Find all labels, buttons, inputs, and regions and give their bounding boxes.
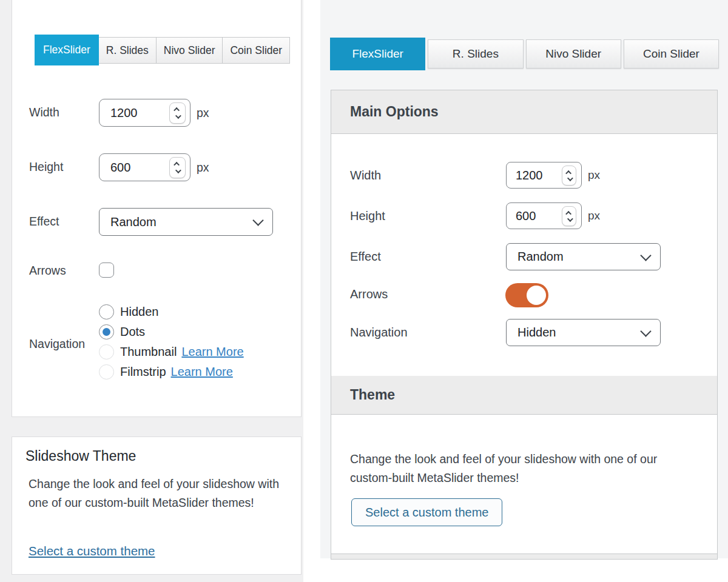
height-label: Height [350, 209, 385, 223]
filmstrip-learn-more-link[interactable]: Learn More [171, 365, 233, 379]
effect-select[interactable]: Random [99, 208, 273, 236]
slideshow-theme-card: Slideshow Theme Change the look and feel… [12, 436, 302, 575]
tab-r-slides[interactable]: R. Slides [428, 39, 523, 69]
radio-icon[interactable] [99, 304, 114, 319]
right-panel-new-ui: FlexSlider R. Slides Nivo Slider Coin Sl… [320, 0, 728, 558]
height-label: Height [29, 160, 63, 174]
width-unit-label: px [197, 106, 209, 120]
effect-select[interactable]: Random [506, 243, 661, 270]
navigation-option-filmstrip[interactable]: Filmstrip Learn More [99, 363, 244, 381]
radio-selected-icon[interactable] [99, 324, 114, 340]
stepper-up-icon[interactable] [174, 107, 180, 113]
height-row: px [99, 153, 209, 181]
navigation-option-label: Dots [120, 325, 145, 339]
navigation-select-value: Hidden [517, 326, 556, 340]
width-label: Width [29, 105, 59, 119]
next-section-header-partial [331, 554, 717, 559]
slideshow-theme-title: Slideshow Theme [25, 448, 136, 464]
select-custom-theme-link[interactable]: Select a custom theme [29, 544, 155, 558]
effect-label: Effect [29, 215, 59, 229]
arrows-checkbox[interactable] [99, 263, 114, 278]
radio-disabled-icon[interactable] [99, 364, 114, 380]
navigation-option-label: Thumbnail [120, 345, 177, 359]
chevron-down-icon [640, 326, 651, 336]
navigation-option-label: Filmstrip [120, 365, 166, 379]
toggle-knob [527, 286, 546, 305]
tab-flexslider[interactable]: FlexSlider [35, 35, 99, 65]
select-custom-theme-button[interactable]: Select a custom theme [351, 498, 502, 526]
radio-disabled-icon[interactable] [99, 344, 114, 360]
tab-nivo-slider[interactable]: Nivo Slider [157, 37, 223, 64]
height-unit-label: px [588, 209, 600, 222]
theme-title: Theme [350, 387, 395, 403]
width-row: px [506, 162, 600, 189]
theme-description: Change the look and feel of your slidesh… [350, 450, 702, 487]
theme-header: Theme [331, 376, 717, 415]
number-stepper-icon[interactable] [562, 206, 576, 226]
left-panel-classic-ui: FlexSlider R. Slides Nivo Slider Coin Sl… [0, 0, 303, 582]
navigation-option-dots[interactable]: Dots [99, 323, 244, 341]
settings-box: Main Options Width px Height [331, 90, 718, 560]
effect-label: Effect [350, 250, 381, 264]
tab-flexslider[interactable]: FlexSlider [330, 38, 425, 70]
slider-settings-card: FlexSlider R. Slides Nivo Slider Coin Sl… [12, 0, 302, 417]
theme-body: Change the look and feel of your slidesh… [331, 415, 717, 554]
arrows-toggle[interactable] [505, 283, 548, 307]
slider-type-tabs: FlexSlider R. Slides Nivo Slider Coin Sl… [35, 37, 290, 65]
width-unit-label: px [588, 169, 600, 182]
navigation-option-hidden[interactable]: Hidden [99, 303, 244, 321]
navigation-select[interactable]: Hidden [506, 319, 661, 346]
stepper-up-icon[interactable] [174, 162, 180, 168]
effect-select-value: Random [517, 250, 564, 264]
tab-nivo-slider[interactable]: Nivo Slider [526, 39, 621, 69]
tab-r-slides[interactable]: R. Slides [99, 37, 157, 64]
height-row: px [506, 202, 600, 229]
chevron-down-icon [640, 250, 651, 261]
main-options-title: Main Options [350, 104, 439, 120]
navigation-radio-group: Hidden Dots Thumbnail Learn More Filmstr… [99, 303, 244, 383]
tab-coin-slider[interactable]: Coin Slider [223, 37, 290, 64]
main-options-body: Width px Height [331, 134, 717, 376]
navigation-option-thumbnail[interactable]: Thumbnail Learn More [99, 343, 244, 361]
chevron-down-icon [252, 215, 263, 226]
navigation-option-label: Hidden [120, 305, 158, 319]
number-stepper-icon[interactable] [562, 166, 576, 186]
stepper-down-icon[interactable] [175, 167, 181, 173]
slideshow-theme-description: Change the look and feel of your slidesh… [29, 475, 293, 512]
effect-select-value: Random [110, 215, 157, 229]
navigation-label: Navigation [350, 326, 408, 340]
width-label: Width [350, 169, 381, 182]
number-stepper-icon[interactable] [169, 157, 186, 178]
tab-coin-slider[interactable]: Coin Slider [624, 39, 719, 69]
stepper-down-icon[interactable] [175, 113, 181, 119]
arrows-label: Arrows [29, 264, 66, 278]
navigation-label: Navigation [29, 337, 85, 351]
width-row: px [99, 99, 209, 127]
slider-type-tabs: FlexSlider R. Slides Nivo Slider Coin Sl… [330, 39, 719, 70]
thumbnail-learn-more-link[interactable]: Learn More [181, 345, 243, 359]
arrows-label: Arrows [350, 287, 388, 301]
height-unit-label: px [197, 161, 209, 175]
main-options-header: Main Options [331, 90, 717, 134]
number-stepper-icon[interactable] [169, 102, 186, 124]
